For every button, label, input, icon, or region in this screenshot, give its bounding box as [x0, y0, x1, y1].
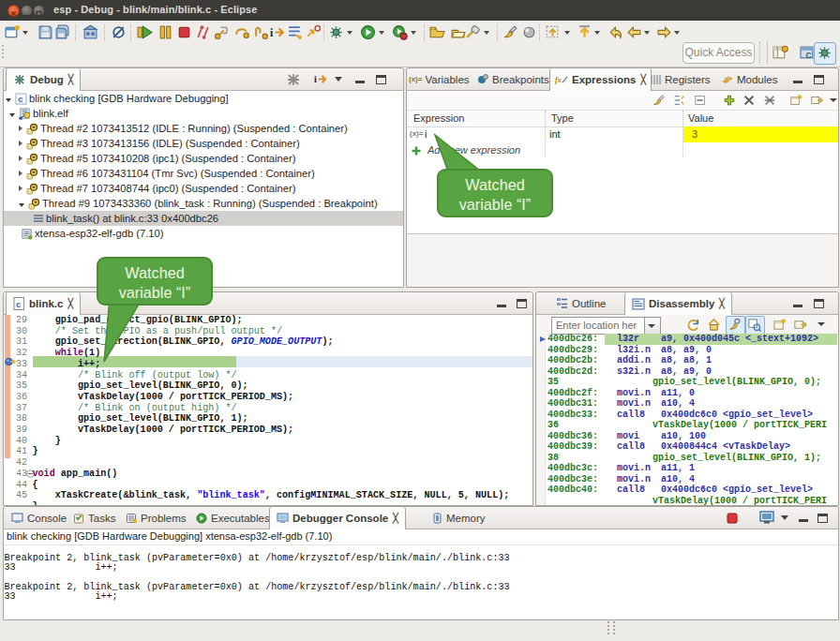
svg-text:i: i	[270, 27, 274, 39]
svg-text:Watched: Watched	[465, 176, 524, 193]
svg-text:c: c	[16, 300, 21, 309]
svg-text:fx: fx	[555, 76, 562, 84]
svg-text:Watched: Watched	[125, 264, 184, 281]
svg-text:i: i	[314, 74, 317, 84]
svg-text:variable “I”: variable “I”	[459, 196, 531, 213]
svg-text:variable “I”: variable “I”	[119, 284, 190, 301]
svg-text:c: c	[18, 95, 22, 104]
svg-text:C: C	[805, 51, 811, 60]
